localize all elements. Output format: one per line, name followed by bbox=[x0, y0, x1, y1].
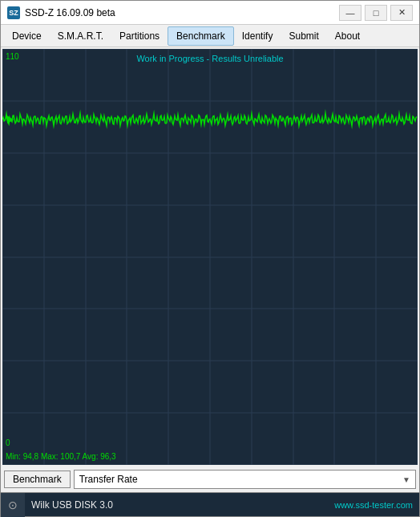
benchmark-button[interactable]: Benchmark bbox=[4, 471, 71, 488]
menu-item-submit[interactable]: Submit bbox=[281, 27, 326, 45]
title-bar: SZ SSD-Z 16.09.09 beta — □ ✕ bbox=[1, 1, 419, 25]
chart-y-max: 110 bbox=[6, 52, 19, 61]
device-icon: ⊙ bbox=[1, 493, 25, 517]
menu-item-device[interactable]: Device bbox=[4, 27, 50, 45]
menu-item-partitions[interactable]: Partitions bbox=[111, 27, 168, 45]
close-button[interactable]: ✕ bbox=[390, 5, 413, 21]
minimize-button[interactable]: — bbox=[339, 5, 361, 21]
chart-title: Work in Progress - Results Unreliable bbox=[136, 54, 283, 63]
transfer-rate-dropdown[interactable]: Transfer Rate ▼ bbox=[74, 470, 416, 489]
bottom-bar: Benchmark Transfer Rate ▼ bbox=[1, 467, 419, 492]
menu-bar: Device S.M.A.R.T. Partitions Benchmark I… bbox=[1, 25, 419, 47]
app-icon: SZ bbox=[7, 6, 20, 19]
dropdown-value: Transfer Rate bbox=[79, 474, 138, 485]
title-controls: — □ ✕ bbox=[339, 5, 413, 21]
device-name: Wilk USB DISK 3.0 bbox=[25, 499, 328, 511]
menu-item-about[interactable]: About bbox=[327, 27, 368, 45]
menu-item-identify[interactable]: Identify bbox=[234, 27, 281, 45]
brand-url: www.ssd-tester.com bbox=[328, 500, 419, 510]
status-bar: ⊙ Wilk USB DISK 3.0 www.ssd-tester.com bbox=[1, 492, 419, 516]
maximize-button[interactable]: □ bbox=[365, 5, 387, 21]
chart-area: Work in Progress - Results Unreliable 11… bbox=[2, 49, 418, 465]
window-title: SSD-Z 16.09.09 beta bbox=[25, 7, 115, 18]
dropdown-arrow-icon: ▼ bbox=[402, 475, 410, 484]
menu-item-benchmark[interactable]: Benchmark bbox=[168, 26, 234, 46]
chart-stats: Min: 94,8 Max: 100,7 Avg: 96,3 bbox=[6, 452, 116, 461]
chart-y-min: 0 bbox=[6, 438, 10, 447]
title-bar-left: SZ SSD-Z 16.09.09 beta bbox=[7, 6, 115, 19]
main-window: SZ SSD-Z 16.09.09 beta — □ ✕ Device S.M.… bbox=[0, 0, 420, 517]
menu-item-smart[interactable]: S.M.A.R.T. bbox=[50, 27, 111, 45]
